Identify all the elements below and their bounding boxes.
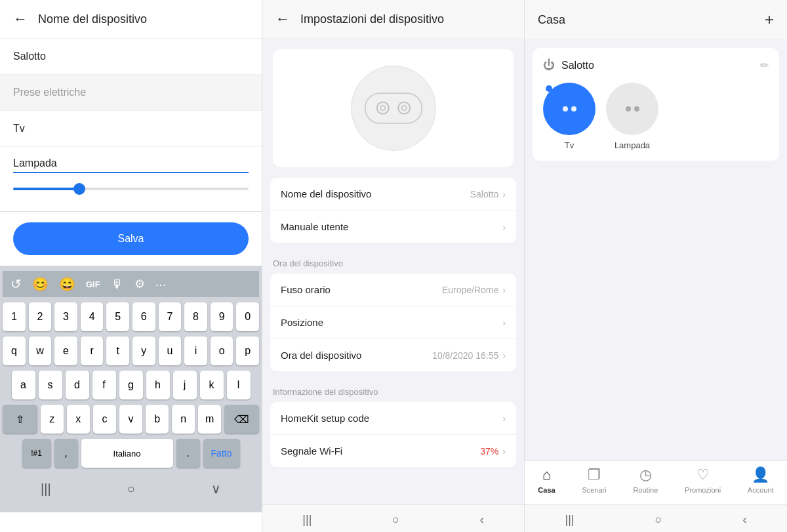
kb-key-b[interactable]: b <box>146 405 169 434</box>
kb-key-x[interactable]: x <box>67 405 90 434</box>
tv-dots <box>563 106 576 112</box>
list-item-salotto[interactable]: Salotto <box>0 39 262 75</box>
kb-key-r[interactable]: r <box>81 337 104 365</box>
kb-key-0[interactable]: 0 <box>236 302 259 331</box>
settings-manuale[interactable]: Manuale utente › <box>270 211 516 243</box>
back-arrow-icon-2[interactable]: ← <box>275 10 290 28</box>
chevron-icon-6: › <box>502 413 506 424</box>
settings-value-homekit: › <box>502 413 506 424</box>
sticker-icon[interactable]: 😄 <box>59 276 75 292</box>
kb-key-2[interactable]: 2 <box>29 302 52 331</box>
kb-key-1[interactable]: 1 <box>3 302 26 331</box>
nav-tab-promozioni[interactable]: ♡ Promozioni <box>685 466 721 494</box>
settings-wifi[interactable]: Segnale Wi-Fi 37% › <box>270 435 516 467</box>
slider-track[interactable] <box>13 188 249 190</box>
kb-key-l[interactable]: l <box>227 371 251 399</box>
back-icon-3[interactable]: ‹ <box>742 513 746 527</box>
kb-key-u[interactable]: u <box>159 337 182 365</box>
nav-tab-routine[interactable]: ◷ Routine <box>633 466 658 494</box>
settings-posizione[interactable]: Posizione › <box>270 306 516 339</box>
kb-key-symbol[interactable]: !#1 <box>22 439 51 468</box>
device-btn-lampada[interactable] <box>606 83 658 135</box>
device-item-lampada[interactable]: Lampada <box>606 83 658 150</box>
home-icon-3[interactable]: ○ <box>655 513 662 527</box>
kb-key-4[interactable]: 4 <box>81 302 104 331</box>
save-button[interactable]: Salva <box>13 222 249 255</box>
settings-homekit[interactable]: HomeKit setup code › <box>270 402 516 435</box>
kb-key-m[interactable]: m <box>198 405 221 434</box>
slider-container <box>13 177 249 198</box>
kb-key-c[interactable]: c <box>93 405 116 434</box>
device-item-tv[interactable]: Tv <box>543 83 595 150</box>
settings-value-posizione: › <box>502 317 506 328</box>
kb-key-t[interactable]: t <box>106 337 129 365</box>
kb-key-z[interactable]: z <box>41 405 64 434</box>
promozioni-icon: ♡ <box>696 466 710 483</box>
kb-key-7[interactable]: 7 <box>159 302 182 331</box>
kb-key-p[interactable]: p <box>236 337 259 365</box>
settings-label-nome: Nome del dispositivo <box>281 188 371 199</box>
emoji-icon[interactable]: 😊 <box>32 276 49 292</box>
kb-key-f[interactable]: f <box>92 371 116 399</box>
settings-ora-dispositivo[interactable]: Ora del dispositivo 10/8/2020 16:55 › <box>270 339 516 371</box>
slider-thumb[interactable] <box>73 183 85 195</box>
list-item-tv[interactable]: Tv <box>0 111 262 147</box>
settings-fuso[interactable]: Fuso orario Europe/Rome › <box>270 274 516 306</box>
kb-key-d[interactable]: d <box>66 371 89 399</box>
kb-key-g[interactable]: g <box>119 371 143 399</box>
back-arrow-icon[interactable]: ← <box>13 10 28 28</box>
edit-icon[interactable]: ✏ <box>760 59 769 72</box>
kb-key-i[interactable]: i <box>184 337 207 365</box>
nav-tab-account[interactable]: 👤 Account <box>748 466 774 494</box>
add-icon[interactable]: + <box>765 10 774 29</box>
kb-key-8[interactable]: 8 <box>184 302 207 331</box>
list-item-prese[interactable]: Prese elettriche <box>0 75 262 111</box>
gif-icon[interactable]: GIF <box>86 279 100 289</box>
kb-key-period[interactable]: . <box>176 439 200 468</box>
kb-key-done[interactable]: Fatto <box>203 439 240 468</box>
menu-icon-2[interactable]: ||| <box>302 513 312 527</box>
kb-key-h[interactable]: h <box>146 371 170 399</box>
undo-icon[interactable]: ↺ <box>10 276 22 292</box>
kb-key-comma[interactable]: , <box>54 439 78 468</box>
nav-tab-casa[interactable]: ⌂ Casa <box>538 466 555 494</box>
kb-key-s[interactable]: s <box>39 371 62 399</box>
kb-key-6[interactable]: 6 <box>132 302 155 331</box>
kb-key-shift[interactable]: ⇧ <box>3 405 37 434</box>
status-dot-tv <box>546 85 552 92</box>
section-ora-header: Ora del dispositivo <box>262 251 524 274</box>
kb-key-q[interactable]: q <box>3 337 26 365</box>
chevron-icon: › <box>502 189 506 199</box>
back-icon[interactable]: ∨ <box>211 481 221 497</box>
kb-key-delete[interactable]: ⌫ <box>224 405 259 434</box>
mic-icon[interactable]: 🎙 <box>111 277 124 292</box>
menu-icon[interactable]: ||| <box>41 481 51 497</box>
home-icon[interactable]: ○ <box>127 481 135 497</box>
device-name-input[interactable] <box>13 155 249 173</box>
kb-key-k[interactable]: k <box>200 371 224 399</box>
more-icon[interactable]: ··· <box>155 277 167 292</box>
settings-list-ora: Fuso orario Europe/Rome › Posizione › Or… <box>270 274 516 371</box>
kb-key-v[interactable]: v <box>119 405 142 434</box>
home-icon-2[interactable]: ○ <box>392 513 399 527</box>
kb-key-a[interactable]: a <box>12 371 35 399</box>
kb-key-o[interactable]: o <box>211 337 233 365</box>
room-header: ⏻ Salotto ✏ <box>543 58 769 72</box>
kb-key-j[interactable]: j <box>173 371 197 399</box>
kb-key-space[interactable]: Italiano <box>81 439 173 468</box>
nav-tab-scenari[interactable]: ❐ Scenari <box>582 466 606 494</box>
kb-key-e[interactable]: e <box>54 337 77 365</box>
kb-key-3[interactable]: 3 <box>54 302 77 331</box>
kb-key-5[interactable]: 5 <box>106 302 129 331</box>
kb-key-n[interactable]: n <box>172 405 195 434</box>
settings-value-wifi: 37% › <box>480 446 506 457</box>
gear-icon[interactable]: ⚙ <box>134 277 145 291</box>
settings-nome-dispositivo[interactable]: Nome del dispositivo Salotto › <box>270 178 516 211</box>
kb-key-w[interactable]: w <box>29 337 52 365</box>
back-icon-2[interactable]: ‹ <box>480 513 484 527</box>
kb-key-9[interactable]: 9 <box>211 302 233 331</box>
menu-icon-3[interactable]: ||| <box>565 513 575 527</box>
kb-row-q: q w e r t y u i o p <box>3 337 259 365</box>
device-btn-tv[interactable] <box>543 83 595 135</box>
kb-key-y[interactable]: y <box>132 337 155 365</box>
